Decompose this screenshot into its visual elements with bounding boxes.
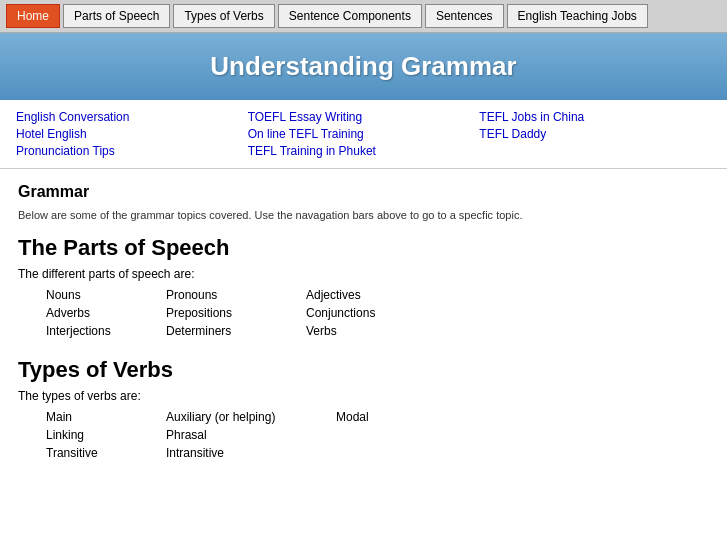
parts-item: Verbs — [306, 323, 446, 339]
parts-item: Prepositions — [166, 305, 306, 321]
types-item — [336, 427, 436, 443]
grammar-description: Below are some of the grammar topics cov… — [18, 209, 709, 221]
parts-item: Interjections — [46, 323, 166, 339]
types-of-verbs-section: Types of Verbs The types of verbs are: M… — [18, 357, 709, 461]
nav-item-english-teaching-jobs[interactable]: English Teaching Jobs — [507, 4, 648, 28]
types-of-verbs-grid: MainAuxiliary (or helping)ModalLinkingPh… — [46, 409, 709, 461]
nav-item-home[interactable]: Home — [6, 4, 60, 28]
types-item: Phrasal — [166, 427, 336, 443]
grammar-section-title: Grammar — [18, 183, 709, 201]
main-content: Grammar Below are some of the grammar to… — [0, 169, 727, 493]
parts-item: Nouns — [46, 287, 166, 303]
types-item — [336, 445, 436, 461]
nav-item-types-of-verbs[interactable]: Types of Verbs — [173, 4, 274, 28]
parts-item: Pronouns — [166, 287, 306, 303]
parts-item: Adjectives — [306, 287, 446, 303]
parts-item: Determiners — [166, 323, 306, 339]
link-hotel-english[interactable]: Hotel English — [16, 127, 248, 141]
types-item: Auxiliary (or helping) — [166, 409, 336, 425]
types-item: Main — [46, 409, 166, 425]
link-on-line-tefl-training[interactable]: On line TEFL Training — [248, 127, 480, 141]
nav-item-parts-of-speech[interactable]: Parts of Speech — [63, 4, 170, 28]
link-english-conversation[interactable]: English Conversation — [16, 110, 248, 124]
links-col2: TOEFL Essay WritingOn line TEFL Training… — [248, 110, 480, 158]
parts-of-speech-subtitle: The different parts of speech are: — [18, 267, 709, 281]
link-toefl-essay-writing[interactable]: TOEFL Essay Writing — [248, 110, 480, 124]
parts-item: Conjunctions — [306, 305, 446, 321]
parts-of-speech-section: The Parts of Speech The different parts … — [18, 235, 709, 339]
nav-item-sentences[interactable]: Sentences — [425, 4, 504, 28]
link-tefl-jobs-in-china[interactable]: TEFL Jobs in China — [479, 110, 711, 124]
site-title: Understanding Grammar — [0, 51, 727, 82]
types-item: Intransitive — [166, 445, 336, 461]
link-tefl-training-in-phuket[interactable]: TEFL Training in Phuket — [248, 144, 480, 158]
types-item: Transitive — [46, 445, 166, 461]
parts-item: Adverbs — [46, 305, 166, 321]
links-col1: English ConversationHotel EnglishPronunc… — [16, 110, 248, 158]
links-section: English ConversationHotel EnglishPronunc… — [0, 100, 727, 169]
types-item: Modal — [336, 409, 436, 425]
link-tefl-daddy[interactable]: TEFL Daddy — [479, 127, 711, 141]
links-col3: TEFL Jobs in ChinaTEFL Daddy — [479, 110, 711, 158]
types-of-verbs-subtitle: The types of verbs are: — [18, 389, 709, 403]
types-item: Linking — [46, 427, 166, 443]
header-banner: Understanding Grammar — [0, 33, 727, 100]
parts-of-speech-grid: NounsPronounsAdjectivesAdverbsPrepositio… — [46, 287, 709, 339]
nav-bar: HomeParts of SpeechTypes of VerbsSentenc… — [0, 0, 727, 33]
types-of-verbs-heading: Types of Verbs — [18, 357, 709, 383]
parts-of-speech-heading: The Parts of Speech — [18, 235, 709, 261]
nav-item-sentence-components[interactable]: Sentence Components — [278, 4, 422, 28]
link-pronunciation-tips[interactable]: Pronunciation Tips — [16, 144, 248, 158]
